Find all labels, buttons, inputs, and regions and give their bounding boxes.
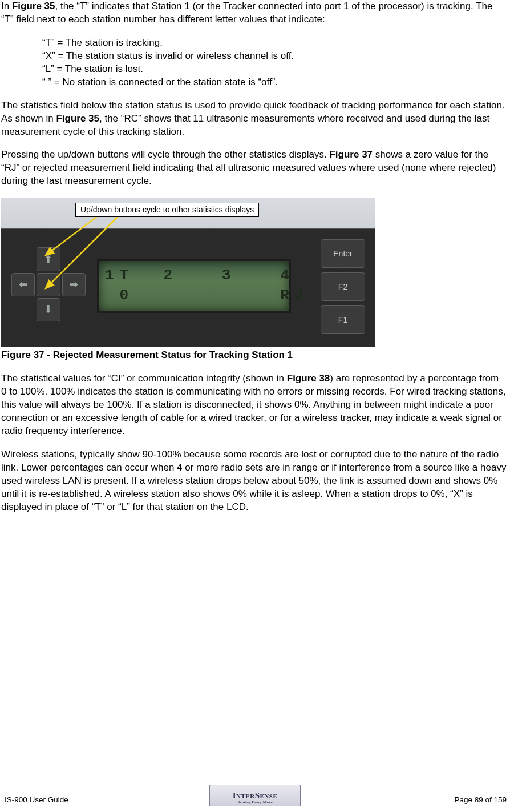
- right-button[interactable]: ➡: [62, 273, 86, 296]
- status-blank: “ ” = No station is connected or the sta…: [42, 76, 507, 89]
- arrow-right-icon: ➡: [70, 278, 78, 291]
- status-x: “X” = The station status is invalid or w…: [42, 50, 507, 63]
- device-panel: ⬆ ⬅ ➡ ⬇ 1T 2 3 4 % 0 RJ Enter F2 F1: [1, 228, 375, 347]
- intersense-logo: InterSense Sensing Every Move: [209, 785, 301, 806]
- enter-button[interactable]: Enter: [321, 239, 365, 268]
- arrow-down-icon: ⬇: [44, 303, 52, 316]
- figure-37: Up/down buttons cycle to other statistic…: [1, 198, 507, 347]
- text: Pressing the up/down buttons will cycle …: [1, 149, 329, 160]
- device-photo: Up/down buttons cycle to other statistic…: [1, 198, 375, 347]
- page-footer: IS-900 User Guide Page 89 of 159 InterSe…: [0, 795, 510, 805]
- logo-tagline: Sensing Every Move: [237, 800, 272, 805]
- ci-paragraph: The statistical values for “CI” or commu…: [1, 372, 507, 438]
- arrow-left-icon: ⬅: [19, 278, 27, 291]
- intro-paragraph: In Figure 35, the “T” indicates that Sta…: [1, 0, 507, 26]
- figure-ref: Figure 38: [287, 373, 330, 384]
- callout-label: Up/down buttons cycle to other statistic…: [75, 203, 259, 217]
- status-t: “T” = The station is tracking.: [42, 37, 507, 50]
- status-code-list: “T” = The station is tracking. “X” = The…: [42, 37, 507, 89]
- stats-paragraph: The statistics field below the station s…: [1, 99, 507, 139]
- text: , the “T” indicates that Station 1 (or t…: [1, 1, 492, 25]
- down-button[interactable]: ⬇: [37, 298, 60, 321]
- f2-button[interactable]: F2: [321, 272, 365, 301]
- figure-37-caption: Figure 37 - Rejected Measurement Status …: [1, 349, 507, 362]
- left-button[interactable]: ⬅: [11, 273, 35, 296]
- arrow-up-icon: ⬆: [44, 252, 52, 266]
- dpad: ⬆ ⬅ ➡ ⬇: [11, 247, 86, 321]
- footer-right: Page 89 of 159: [454, 795, 507, 805]
- function-buttons: Enter F2 F1: [321, 239, 365, 339]
- f1-button[interactable]: F1: [321, 305, 365, 334]
- status-l: “L” = The station is lost.: [42, 63, 507, 76]
- up-button[interactable]: ⬆: [37, 247, 60, 271]
- figure-ref: Figure 37: [329, 149, 373, 160]
- figure-ref: Figure 35: [56, 113, 99, 124]
- text: In: [1, 1, 12, 11]
- footer-left: IS-900 User Guide: [5, 795, 68, 805]
- text: The statistical values for “CI” or commu…: [1, 373, 287, 384]
- updown-paragraph: Pressing the up/down buttons will cycle …: [1, 148, 507, 188]
- lcd-display: 1T 2 3 4 % 0 RJ: [97, 259, 291, 313]
- wireless-paragraph: Wireless stations, typically show 90-100…: [1, 448, 507, 514]
- lcd-line1: 1T 2 3 4 %: [105, 267, 353, 284]
- figure-ref: Figure 35: [12, 1, 55, 11]
- center-button[interactable]: [37, 273, 60, 296]
- lcd-line2: 0 RJ: [105, 287, 309, 304]
